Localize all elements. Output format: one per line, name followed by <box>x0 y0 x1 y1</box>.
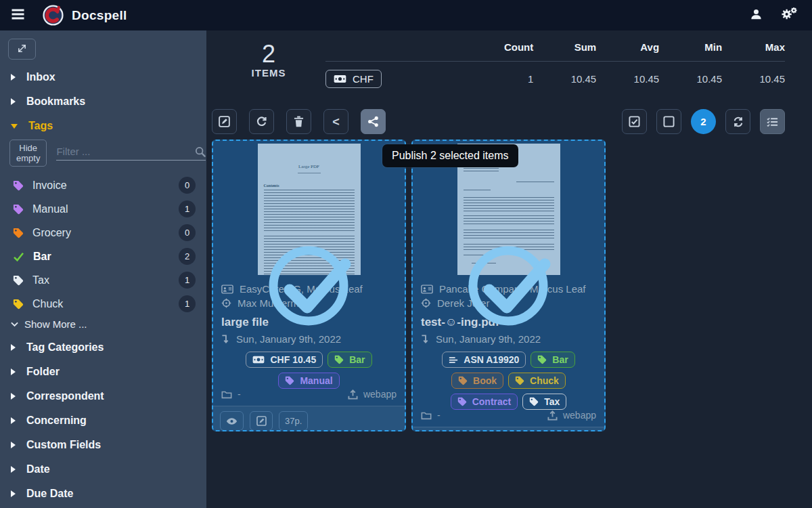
sidebar-item-label: Date <box>26 463 50 475</box>
hide-empty-button[interactable]: Hide empty <box>9 140 47 167</box>
address-card-icon <box>421 284 433 294</box>
stats-table: Count Sum Avg Min Max CHF <box>325 39 785 88</box>
search-icon <box>195 146 206 157</box>
sidebar-item-concerning[interactable]: Concerning <box>0 408 206 433</box>
badge-label: Book <box>473 375 497 386</box>
navbar: Docspell <box>0 0 812 30</box>
folder-icon <box>221 390 232 399</box>
docspell-logo-icon <box>43 5 64 26</box>
folder-value: - <box>238 389 241 400</box>
sidebar-item-date[interactable]: Date <box>0 457 206 482</box>
user-icon <box>750 8 763 23</box>
concerning-line: Max Mustermann <box>221 297 397 309</box>
reload-button[interactable] <box>725 109 750 134</box>
tag-row-bar[interactable]: Bar 2 <box>0 245 206 268</box>
expand-icon <box>17 43 27 56</box>
stats-col-currency <box>325 39 461 62</box>
item-badge: Bar <box>531 352 574 368</box>
caret-right-icon <box>11 344 16 351</box>
square-icon <box>663 116 675 127</box>
tag-row-invoice[interactable]: Invoice 0 <box>0 173 206 197</box>
address-card-icon <box>221 284 233 294</box>
tag-icon <box>13 275 24 286</box>
stat-min: 10.45 <box>659 62 722 89</box>
tag-filter-input[interactable] <box>56 146 191 157</box>
badge-label: CHF 10.45 <box>270 354 316 365</box>
item-badge: Bar <box>328 352 371 368</box>
list-check-icon <box>767 117 778 127</box>
badge-label: Bar <box>552 354 568 365</box>
caret-down-icon <box>11 124 18 129</box>
item-card[interactable]: Pancake Company, Marcus Leaf Derek Jeter… <box>411 140 606 431</box>
stats-col-avg: Avg <box>596 39 659 62</box>
trash-icon <box>294 116 304 127</box>
item-title: large file <box>221 316 397 329</box>
bars-icon <box>449 356 458 364</box>
tag-row-manual[interactable]: Manual 1 <box>0 197 206 221</box>
tag-name: Chuck <box>32 298 63 310</box>
merge-selected-button[interactable]: < <box>323 109 348 134</box>
list-view-button[interactable] <box>760 109 785 134</box>
eye-icon <box>226 417 238 425</box>
select-all-button[interactable] <box>622 109 647 134</box>
folder-source-row: - webapp <box>421 410 596 421</box>
tag-icon <box>13 299 24 310</box>
tag-row-tax[interactable]: Tax 1 <box>0 268 206 292</box>
badge-label: ASN A19920 <box>464 354 519 365</box>
tag-row-chuck[interactable]: Chuck 1 <box>0 292 206 316</box>
tag-name: Tax <box>32 274 49 287</box>
item-badge: CHF 10.45 <box>246 352 323 368</box>
tag-count-badge: 1 <box>179 272 196 289</box>
tag-count-badge: 0 <box>179 224 196 241</box>
sidebar-item-due-date[interactable]: Due Date <box>0 482 206 506</box>
tag-filter <box>56 146 206 161</box>
sidebar-item-bookmarks[interactable]: Bookmarks <box>0 89 206 114</box>
expand-sidebar-button[interactable] <box>8 39 36 60</box>
show-more-tags[interactable]: Show More ... <box>0 316 206 335</box>
edit-item-button[interactable] <box>250 411 273 431</box>
redo-icon <box>256 116 267 127</box>
level-down-icon <box>421 334 430 344</box>
caret-right-icon <box>11 98 16 105</box>
sidebar-item-folder[interactable]: Folder <box>0 360 206 384</box>
caret-right-icon <box>11 368 16 375</box>
sidebar-item-correspondent[interactable]: Correspondent <box>0 384 206 408</box>
item-badge: ASN A19920 <box>442 352 526 368</box>
tag-row-grocery[interactable]: Grocery 0 <box>0 221 206 245</box>
badge-label: Chuck <box>530 375 559 386</box>
stats-col-sum: Sum <box>533 39 596 62</box>
show-more-label: Show More ... <box>24 318 87 330</box>
settings-button[interactable] <box>780 7 797 24</box>
sidebar-item-label: Bookmarks <box>26 96 85 108</box>
sidebar-item-inbox[interactable]: Inbox <box>0 65 206 89</box>
stats-col-max: Max <box>722 39 785 62</box>
check-icon <box>13 252 24 261</box>
sidebar-item-tag-categories[interactable]: Tag Categories <box>0 335 206 360</box>
publish-selected-button[interactable] <box>361 109 386 134</box>
preview-item-button[interactable] <box>220 411 244 431</box>
upload-icon <box>547 410 558 421</box>
reprocess-selected-button[interactable] <box>249 109 274 134</box>
menu-button[interactable] <box>11 9 25 22</box>
delete-selected-button[interactable] <box>286 109 311 134</box>
item-card[interactable]: Large PDF Contents EasyCare AG, Marcus L… <box>212 140 406 431</box>
folder-icon <box>421 411 432 420</box>
source-value: webapp <box>363 389 397 400</box>
tag-icon <box>13 204 24 215</box>
tag-icon <box>13 228 24 238</box>
sidebar-item-tags[interactable]: Tags <box>0 114 206 138</box>
edit-selected-button[interactable] <box>212 109 237 134</box>
item-date-line: Sun, January 9th, 2022 <box>421 333 596 345</box>
money-icon <box>334 75 346 83</box>
deselect-all-button[interactable] <box>656 109 681 134</box>
sidebar-item-label: Concerning <box>26 415 87 427</box>
preview-subheading: Contents <box>264 184 355 188</box>
sidebar-item-custom-fields[interactable]: Custom Fields <box>0 433 206 457</box>
user-menu-button[interactable] <box>750 7 763 24</box>
sidebar-item-label: Folder <box>26 366 60 378</box>
less-than-icon: < <box>332 116 340 128</box>
caret-right-icon <box>11 466 16 473</box>
concerning-line: Derek Jeter <box>421 297 596 309</box>
app-title: Docspell <box>72 8 127 23</box>
selected-count-badge: 2 <box>691 109 716 134</box>
